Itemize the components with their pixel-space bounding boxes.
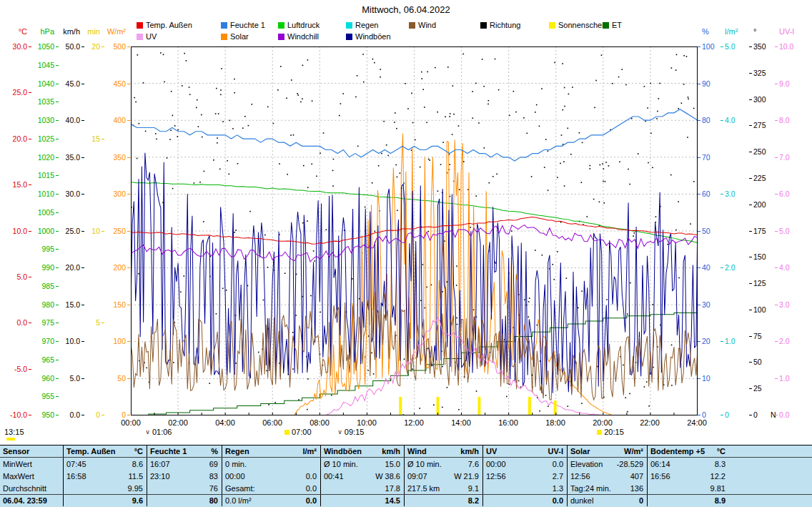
stats-cell-wind-max: 09:07W 21.9	[404, 470, 482, 482]
axis-tick-label-kmh: 20.0	[56, 264, 80, 272]
axis-tick-hpa	[56, 286, 59, 287]
stats-cell-windb-en-avg: 17.8	[320, 482, 404, 494]
axis-tick-kmh	[81, 120, 84, 121]
stats-cell-temp-au-en-max: 16:5811.5	[63, 470, 147, 482]
axis-tick-label-hpa: 960	[30, 374, 54, 382]
axis-tick-uvi	[775, 378, 778, 379]
axis-tick-label-kmh: 50.0	[56, 43, 80, 51]
stats-value: 407	[630, 472, 643, 481]
stats-sub-label: 09:07	[407, 472, 427, 481]
sun-down-icon	[597, 430, 602, 435]
axis-tick-label-pct: 80	[702, 117, 721, 124]
legend-label: Sonnenschein	[558, 21, 608, 29]
axis-tick-deg	[749, 415, 752, 415]
axis-tick-hpa	[56, 360, 59, 360]
stats-value: -28.529	[617, 460, 643, 468]
axis-tick-label-uvi: 0.0	[779, 411, 801, 419]
stats-col-header-temp-au-en: Temp. Außen°C	[63, 446, 147, 457]
axis-unit-wm2: W/m²	[103, 27, 126, 36]
axis-tick-deg	[749, 178, 752, 179]
astro-time-label: 09:15	[345, 428, 365, 436]
stats-col-header-bodentemp-5: Bodentemp +5°C	[647, 446, 729, 457]
axis-tick-label-deg: 75	[753, 332, 771, 340]
axis-unit-uvi: UV-I	[779, 27, 801, 36]
axis-tick-wm2	[127, 415, 130, 415]
legend-label: Feuchte 1	[230, 21, 265, 29]
axis-tick-label-hpa: 955	[30, 393, 54, 400]
x-axis-label: 20:00	[590, 418, 615, 427]
stats-value: 12.2	[710, 472, 726, 481]
stats-cell-uv-cur: 0.0	[482, 495, 567, 506]
x-axis-label: 14:00	[448, 418, 474, 427]
axis-tick-label-hpa: 980	[30, 300, 54, 308]
x-axis-label: 02:00	[165, 418, 191, 427]
stats-cell-windb-en-cur: 14.5	[320, 495, 404, 506]
axis-tick-label-uvi: 1.0	[779, 374, 801, 382]
axis-tick-deg	[749, 388, 752, 389]
stats-col-unit: l/m²	[302, 447, 317, 456]
axis-tick-pct	[698, 46, 700, 47]
stats-value: 136	[630, 484, 643, 493]
stats-value: 0.0	[306, 484, 317, 493]
legend-swatch-sonnenschein-icon	[549, 22, 555, 29]
axis-tick-label-min: 10	[83, 227, 100, 235]
axis-unit-temp: °C	[3, 27, 27, 36]
x-axis-label: 22:00	[637, 418, 663, 427]
axis-tick-label-wm2: 200	[103, 264, 126, 272]
stats-sub-label: 00:00	[486, 460, 506, 468]
legend-item-feuchte-1: Feuchte 1	[221, 21, 278, 29]
axis-tick-hpa	[56, 139, 59, 139]
stats-value: 15.0	[385, 460, 400, 468]
axis-tick-label-hpa: 1025	[30, 134, 54, 142]
stats-value: 0.0	[553, 496, 563, 505]
axis-tick-lpm2	[721, 341, 723, 342]
axis-tick-kmh	[81, 305, 84, 305]
stats-sub-label: 00:41	[324, 472, 344, 481]
stats-cell-temp-au-en-min: 07:458.6	[63, 458, 147, 470]
legend-item-richtung: Richtung	[480, 21, 549, 29]
axis-tick-label-uvi: 8.0	[779, 117, 801, 124]
stats-value: 8.6	[132, 460, 143, 468]
axis-tick-label-hpa: 975	[30, 319, 54, 327]
stats-sub-label: 00:00	[225, 472, 245, 481]
axis-tick-deg	[749, 231, 752, 232]
axis-tick-label-deg: 0	[753, 411, 771, 419]
axis-tick-wm2	[127, 231, 130, 232]
stats-row-min: MinWert07:458.616:07690 min.Ø 10 min.15.…	[0, 458, 812, 470]
stats-sub-label: Gesamt:	[225, 484, 255, 493]
legend-swatch-wind-icon	[409, 22, 415, 29]
sun-up-icon	[284, 430, 289, 435]
axis-tick-kmh	[81, 267, 84, 268]
legend-item-windchill: Windchill	[278, 32, 346, 41]
legend-item-sonnenschein: Sonnenschein	[549, 21, 603, 29]
axis-tick-uvi	[775, 120, 778, 121]
stats-value: W 21.9	[454, 472, 479, 481]
stats-cell-bodentemp-5-max: 16:5612.2	[647, 470, 729, 482]
axis-tick-label-hpa: 1040	[30, 79, 54, 87]
stats-value: 9.95	[128, 484, 143, 493]
axis-tick-label-deg: 150	[753, 253, 771, 261]
axis-tick-label-pct: 90	[702, 79, 721, 87]
stats-cell-feuchte-1-cur: 80	[147, 495, 222, 506]
chart-plot-area[interactable]	[131, 46, 698, 415]
stats-row-label-cell: MaxWert	[0, 470, 63, 482]
stats-row-label: Durchschnitt	[3, 484, 46, 493]
legend-label: Windchill	[287, 32, 319, 41]
axis-tick-hpa	[56, 249, 59, 250]
axis-tick-lpm2	[721, 120, 723, 121]
axis-tick-label-min: 0	[83, 411, 100, 419]
stats-value: 8.9	[715, 496, 726, 505]
axis-tick-lpm2	[721, 194, 723, 195]
axis-tick-label-pct: 20	[702, 338, 721, 345]
axis-tick-pct	[698, 341, 700, 342]
axis-tick-label-kmh: 15.0	[56, 300, 80, 308]
stats-value: 8.3	[715, 460, 726, 468]
astro-marker-07-00: 07:00	[284, 428, 312, 436]
axis-tick-wm2	[127, 46, 130, 47]
chart-title: Mittwoch, 06.04.2022	[0, 4, 812, 15]
axis-tick-pct	[698, 305, 700, 305]
stats-value: 76	[209, 484, 218, 493]
stats-cell-solar-avg: Tag:24 min.136	[567, 482, 647, 494]
legend-item-uv: UV	[137, 32, 221, 41]
legend-row: Temp. AußenFeuchte 1LuftdruckRegenWindRi…	[137, 19, 631, 31]
